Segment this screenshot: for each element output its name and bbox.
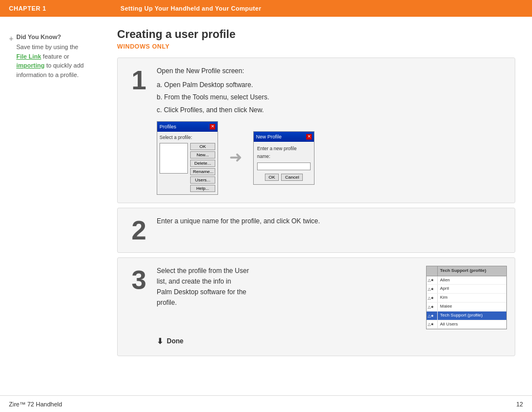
footer: Zire™ 72 Handheld 12 — [0, 395, 532, 412]
user-row-allusers[interactable]: △★ All Users — [427, 320, 506, 329]
did-you-know-line2: feature or — [41, 53, 69, 60]
did-you-know-box: + Did You Know? Save time by using the F… — [9, 33, 103, 79]
windows-only-badge: WINDOWS ONLY — [117, 43, 515, 50]
step-3: 3 Select the profile from the User list,… — [117, 257, 515, 356]
new-profile-body: Enter a new profile name: OK Cancel — [254, 142, 314, 184]
did-you-know-line1: Save time by using the — [16, 44, 78, 50]
user-row-allusers-icon: △★ — [427, 320, 438, 329]
step3-line2: list, and create the info in — [157, 276, 415, 287]
step3-text: Select the profile from the User list, a… — [157, 266, 415, 309]
header-title: Setting Up Your Handheld and Your Comput… — [120, 5, 262, 12]
new-profile-dialog: New Profile ✕ Enter a new profile name: … — [253, 131, 315, 185]
new-profile-btns: OK Cancel — [257, 174, 311, 181]
step3-line3: Palm Desktop software for the — [157, 287, 415, 298]
profiles-dialog-title: Profiles — [159, 123, 176, 131]
profiles-dialog-titlebar: Profiles ✕ — [157, 122, 217, 132]
step-3-body: Select the profile from the User list, a… — [157, 258, 515, 356]
user-row-april[interactable]: △★ April — [427, 285, 506, 294]
main-content: + Did You Know? Save time by using the F… — [0, 17, 532, 395]
did-you-know-text: Save time by using the File Link feature… — [16, 42, 103, 79]
new-profile-cancel-btn[interactable]: Cancel — [281, 174, 303, 181]
profiles-ok-btn[interactable]: OK — [190, 143, 215, 150]
profiles-users-btn[interactable]: Users... — [190, 176, 215, 184]
profiles-rename-btn[interactable]: Rename... — [190, 168, 215, 175]
user-row-allen[interactable]: △★ Allen — [427, 276, 506, 285]
done-label: Done — [167, 336, 183, 347]
step-1-number: 1 — [118, 58, 157, 203]
done-row: ⬇ Done — [157, 335, 507, 347]
user-row-april-name: April — [438, 285, 506, 293]
did-you-know-content: Did You Know? Save time by using the Fil… — [16, 33, 103, 79]
done-icon: ⬇ — [157, 335, 163, 347]
user-row-allusers-name: All Users — [438, 320, 506, 329]
user-row-kim-icon: △★ — [427, 294, 438, 302]
step3-line4: profile. — [157, 298, 415, 308]
profiles-new-btn[interactable]: New... — [190, 151, 215, 159]
profiles-dialog-close[interactable]: ✕ — [210, 124, 215, 130]
new-profile-ok-btn[interactable]: OK — [265, 174, 279, 181]
header: CHAPTER 1 Setting Up Your Handheld and Y… — [0, 0, 532, 17]
profiles-list[interactable] — [159, 143, 188, 174]
step3-line1: Select the profile from the User — [157, 266, 415, 276]
profiles-inner: OK New... Delete... Rename... Users... H… — [159, 143, 215, 192]
user-row-malee-icon: △★ — [427, 303, 438, 311]
new-profile-title: New Profile — [256, 133, 282, 141]
new-profile-close[interactable]: ✕ — [306, 134, 312, 140]
step-2: 2 Enter a unique name for the profile, a… — [117, 208, 515, 253]
footer-brand: Zire™ 72 Handheld — [9, 401, 62, 408]
file-link[interactable]: File Link — [16, 53, 41, 60]
new-profile-label: Enter a new profile name: — [257, 145, 311, 160]
step-2-text: Enter a unique name for the profile, and… — [157, 216, 507, 227]
step-1-sub-c: c. Click Profiles, and then click New. — [157, 105, 507, 116]
header-chapter: CHAPTER 1 — [9, 5, 120, 12]
plus-icon: + — [9, 34, 13, 43]
importing-link[interactable]: importing — [16, 62, 45, 69]
sidebar: + Did You Know? Save time by using the F… — [0, 28, 112, 395]
user-row-allen-name: Allen — [438, 276, 506, 285]
user-table-header: Tech Support (profile) — [427, 266, 506, 276]
user-row-techsupport[interactable]: △★ Tech Support (profile) — [427, 312, 506, 320]
user-table: Tech Support (profile) △★ Allen △★ April… — [426, 266, 507, 330]
profiles-select-label: Select a profile: — [159, 134, 215, 142]
step-1: 1 Open the New Profile screen: a. Open P… — [117, 58, 515, 203]
step-1-intro: Open the New Profile screen: — [157, 66, 507, 76]
user-row-april-icon: △★ — [427, 285, 438, 293]
step-1-body: Open the New Profile screen: a. Open Pal… — [157, 58, 515, 203]
new-profile-input[interactable] — [257, 162, 311, 170]
user-row-malee-name: Malee — [438, 303, 506, 311]
profiles-delete-btn[interactable]: Delete... — [190, 160, 215, 167]
did-you-know-title: Did You Know? — [16, 33, 103, 40]
step-1-sub-b: b. From the Tools menu, select Users. — [157, 92, 507, 103]
page-title: Creating a user profile — [117, 28, 515, 41]
content-area: Creating a user profile WINDOWS ONLY 1 O… — [112, 28, 532, 395]
step-2-body: Enter a unique name for the profile, and… — [157, 208, 515, 252]
step3-inner: Select the profile from the User list, a… — [157, 266, 507, 330]
dialog-area: Profiles ✕ Select a profile: OK — [157, 121, 507, 195]
user-col-name-header: Tech Support (profile) — [438, 266, 506, 276]
user-row-allen-icon: △★ — [427, 276, 438, 285]
new-profile-titlebar: New Profile ✕ — [254, 132, 314, 142]
user-row-malee[interactable]: △★ Malee — [427, 303, 506, 312]
profiles-help-btn[interactable]: Help... — [190, 185, 215, 192]
user-row-kim[interactable]: △★ Kim — [427, 294, 506, 303]
step-3-number: 3 — [118, 258, 157, 356]
step-1-sub-a: a. Open Palm Desktop software. — [157, 80, 507, 90]
profiles-list-section — [159, 143, 188, 192]
arrow-icon: ➜ — [229, 145, 242, 170]
user-col-icon-header — [427, 266, 438, 276]
user-row-kim-name: Kim — [438, 294, 506, 302]
user-row-techsupport-name: Tech Support (profile) — [438, 312, 506, 320]
profiles-dialog: Profiles ✕ Select a profile: OK — [157, 121, 218, 195]
user-row-techsupport-icon: △★ — [427, 312, 438, 320]
profiles-btns-section: OK New... Delete... Rename... Users... H… — [190, 143, 215, 192]
footer-page: 12 — [516, 401, 523, 408]
step-2-number: 2 — [118, 208, 157, 252]
profiles-dialog-body: Select a profile: OK New... Delete... Re… — [157, 132, 217, 194]
